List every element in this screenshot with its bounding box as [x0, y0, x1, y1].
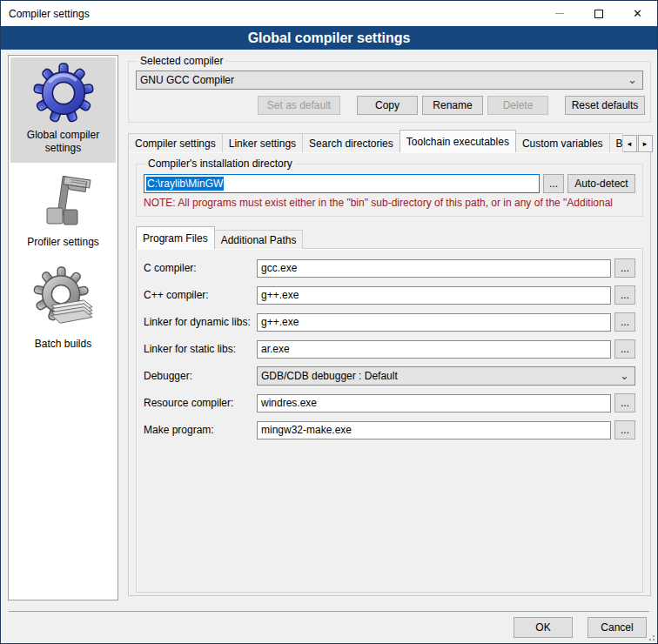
compiler-settings-window: Compiler settings ✕ Global compiler sett…	[0, 0, 658, 644]
compiler-actions: Set as default Copy Rename Delete Reset …	[134, 96, 645, 117]
compiler-select[interactable]: GNU GCC Compiler ⌄	[136, 70, 643, 90]
arrow-left-icon: ◂	[628, 139, 632, 148]
cpp-compiler-label: C++ compiler:	[144, 289, 257, 301]
chevron-down-icon: ⌄	[620, 372, 629, 380]
minimize-button[interactable]	[540, 1, 579, 26]
arrow-right-icon: ▸	[643, 139, 648, 148]
tab-scroll-left-button[interactable]: ◂	[622, 135, 637, 152]
window-title: Compiler settings	[9, 8, 90, 20]
sidebar-item-global-compiler-settings[interactable]: Global compiler settings	[10, 57, 116, 163]
resource-compiler-input[interactable]: windres.exe	[257, 394, 611, 413]
close-icon: ✕	[633, 8, 642, 19]
debugger-label: Debugger:	[144, 370, 257, 382]
static-linker-row: Linker for static libs: ar.exe ...	[144, 339, 635, 359]
settings-tabstrip: Compiler settings Linker settings Search…	[128, 130, 651, 152]
programs-subtabstrip: Program Files Additional Paths	[136, 227, 643, 249]
close-button[interactable]: ✕	[618, 1, 657, 26]
minimize-icon	[555, 13, 564, 14]
debugger-select[interactable]: GDB/CDB debugger : Default ⌄	[257, 366, 635, 386]
installation-directory-value: C:\raylib\MinGW	[146, 177, 224, 191]
resource-compiler-row: Resource compiler: windres.exe ...	[144, 393, 635, 413]
tab-toolchain-executables[interactable]: Toolchain executables	[400, 130, 516, 152]
c-compiler-input[interactable]: gcc.exe	[257, 259, 611, 278]
tab-scroll-right-button[interactable]: ▸	[638, 135, 653, 152]
static-linker-browse-button[interactable]: ...	[614, 339, 635, 359]
set-as-default-button[interactable]: Set as default	[258, 96, 340, 115]
page-title: Global compiler settings	[1, 26, 657, 50]
dynamic-linker-browse-button[interactable]: ...	[614, 312, 635, 332]
c-compiler-label: C compiler:	[144, 262, 257, 274]
maximize-icon	[594, 10, 603, 18]
installation-directory-row: C:\raylib\MinGW ... Auto-detect	[144, 174, 635, 193]
c-compiler-row: C compiler: gcc.exe ...	[144, 258, 635, 278]
sidebar-item-label: Profiler settings	[9, 236, 118, 249]
tab-custom-variables[interactable]: Custom variables	[515, 133, 610, 152]
cpp-compiler-value: g++.exe	[261, 289, 299, 301]
subtab-program-files[interactable]: Program Files	[136, 226, 215, 249]
resize-grip[interactable]	[648, 634, 655, 641]
dynamic-linker-label: Linker for dynamic libs:	[144, 316, 257, 328]
static-linker-input[interactable]: ar.exe	[257, 340, 611, 359]
dynamic-linker-row: Linker for dynamic libs: g++.exe ...	[144, 312, 635, 332]
dynamic-linker-value: g++.exe	[261, 316, 299, 328]
installation-directory-group-label: Compiler's installation directory	[145, 158, 295, 170]
sidebar-item-label: Batch builds	[9, 338, 118, 351]
cpp-compiler-input[interactable]: g++.exe	[257, 286, 611, 305]
gray-gear-stack-icon	[9, 266, 118, 336]
delete-button[interactable]: Delete	[487, 96, 548, 115]
installation-directory-group: Compiler's installation directory C:\ray…	[136, 158, 643, 217]
c-compiler-value: gcc.exe	[261, 262, 297, 274]
tab-compiler-settings[interactable]: Compiler settings	[128, 133, 223, 152]
program-files-panel: C compiler: gcc.exe ... C++ compiler: g+…	[136, 248, 643, 593]
maximize-button[interactable]	[579, 1, 618, 26]
debugger-value: GDB/CDB debugger : Default	[261, 370, 398, 382]
dialog-footer: OK Cancel	[514, 617, 647, 638]
chevron-down-icon: ⌄	[628, 76, 637, 84]
static-linker-value: ar.exe	[261, 343, 290, 355]
c-compiler-browse-button[interactable]: ...	[614, 258, 635, 278]
blue-gear-icon	[12, 63, 114, 127]
rename-button[interactable]: Rename	[422, 96, 483, 115]
cpp-compiler-row: C++ compiler: g++.exe ...	[144, 285, 635, 305]
tab-scroll-buttons: ◂ ▸	[622, 135, 653, 152]
resource-compiler-browse-button[interactable]: ...	[614, 393, 635, 413]
sidebar-item-label: Global compiler settings	[12, 129, 114, 155]
subtab-additional-paths[interactable]: Additional Paths	[214, 230, 304, 249]
resource-compiler-label: Resource compiler:	[144, 397, 257, 409]
dialog-body: Global compiler settings	[1, 50, 657, 611]
tab-linker-settings[interactable]: Linker settings	[222, 133, 303, 152]
selected-compiler-group: Selected compiler GNU GCC Compiler ⌄ Set…	[128, 55, 651, 123]
caliper-icon	[9, 175, 118, 234]
compiler-select-value: GNU GCC Compiler	[140, 74, 234, 86]
main-panel: Selected compiler GNU GCC Compiler ⌄ Set…	[128, 55, 651, 596]
make-program-input[interactable]: mingw32-make.exe	[257, 421, 611, 439]
make-program-value: mingw32-make.exe	[261, 424, 352, 436]
debugger-row: Debugger: GDB/CDB debugger : Default ⌄	[144, 366, 635, 386]
installation-directory-browse-button[interactable]: ...	[543, 174, 564, 193]
sidebar-item-profiler-settings[interactable]: Profiler settings	[9, 164, 118, 249]
installation-directory-input[interactable]: C:\raylib\MinGW	[144, 174, 540, 193]
installation-note: NOTE: All programs must exist either in …	[144, 197, 635, 209]
sidebar-item-batch-builds[interactable]: Batch builds	[9, 249, 118, 351]
dynamic-linker-input[interactable]: g++.exe	[257, 313, 611, 332]
titlebar: Compiler settings ✕	[1, 1, 657, 26]
make-program-label: Make program:	[144, 424, 257, 436]
caption-buttons: ✕	[540, 1, 657, 26]
auto-detect-button[interactable]: Auto-detect	[567, 174, 635, 193]
footer-divider	[9, 611, 649, 612]
settings-category-list: Global compiler settings	[8, 55, 118, 600]
tab-build-options[interactable]: Builc	[609, 133, 623, 152]
cancel-button[interactable]: Cancel	[588, 617, 647, 638]
selected-compiler-group-label: Selected compiler	[138, 55, 225, 67]
reset-defaults-button[interactable]: Reset defaults	[565, 96, 645, 115]
make-program-row: Make program: mingw32-make.exe ...	[144, 420, 635, 439]
ok-button[interactable]: OK	[514, 617, 573, 638]
static-linker-label: Linker for static libs:	[144, 343, 257, 355]
tab-search-directories[interactable]: Search directories	[302, 133, 400, 152]
copy-button[interactable]: Copy	[357, 96, 418, 115]
toolchain-executables-panel: Compiler's installation directory C:\ray…	[128, 151, 651, 596]
resource-compiler-value: windres.exe	[261, 397, 317, 409]
cpp-compiler-browse-button[interactable]: ...	[614, 285, 635, 305]
make-program-browse-button[interactable]: ...	[614, 420, 635, 439]
